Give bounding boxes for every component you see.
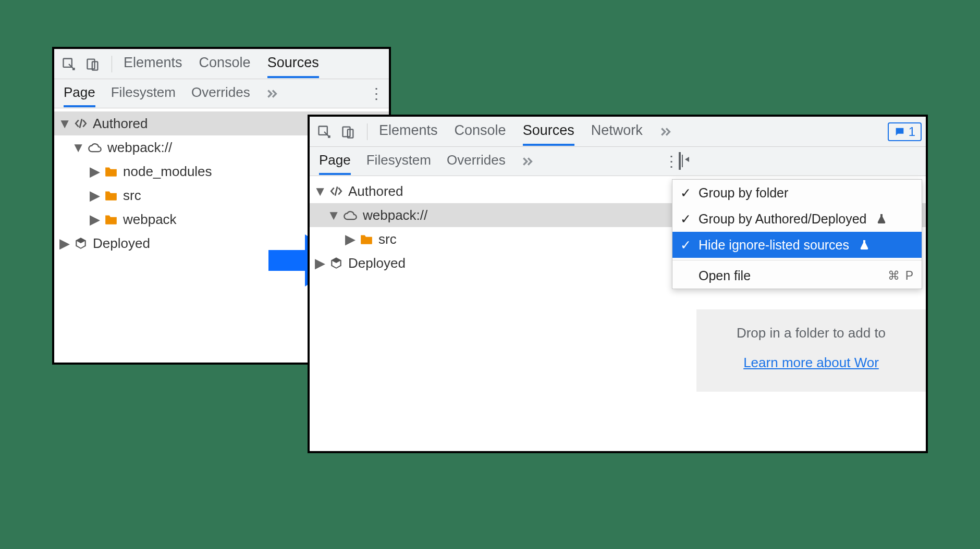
disclosure-right-icon: ▶ [91,211,99,228]
disclosure-down-icon: ▼ [74,140,82,156]
check-icon: ✓ [680,211,691,227]
disclosure-right-icon: ▶ [91,188,99,204]
tab-network[interactable]: Network [591,117,643,146]
disclosure-down-icon: ▼ [60,116,69,132]
disclosure-down-icon: ▼ [329,207,338,223]
menu-open-file[interactable]: Open file ⌘ P [672,263,922,289]
overflow-icon[interactable] [521,155,535,168]
sources-subbar: Page Filesystem Overrides ⋮ [310,147,926,176]
tree-label: webpack:// [363,207,427,223]
subtab-page[interactable]: Page [64,80,95,107]
check-icon: ✓ [680,238,691,253]
cloud-icon [343,209,358,221]
cloud-icon [88,142,102,153]
main-tabs: Elements Console Sources [120,49,319,78]
tab-sources[interactable]: Sources [267,49,319,78]
check-icon: ✓ [680,185,691,201]
context-menu: ✓ Group by folder ✓ Group by Authored/De… [672,179,922,289]
kebab-menu-icon[interactable]: ⋮ [369,85,384,102]
svg-rect-4 [343,127,350,136]
tree-label: Deployed [348,255,406,271]
tab-elements[interactable]: Elements [124,49,182,78]
menu-label: Group by Authored/Deployed [699,211,866,227]
svg-rect-1 [88,59,95,69]
tree-label: webpack [123,211,177,228]
disclosure-down-icon: ▼ [316,183,324,199]
menu-hide-ignore-listed[interactable]: ✓ Hide ignore-listed sources [672,232,922,258]
issues-badge[interactable]: 1 [888,122,922,141]
flask-icon [877,214,886,224]
code-icon [74,117,88,130]
tree-label: src [123,188,141,204]
devtools-panel-after: Elements Console Sources Network 1 Page … [308,115,928,453]
flask-icon [860,240,869,250]
folder-icon [104,214,118,225]
issues-count: 1 [909,124,915,139]
device-toggle-icon[interactable] [338,121,359,142]
disclosure-right-icon: ▶ [60,235,69,252]
subtab-page[interactable]: Page [319,148,351,175]
tab-console[interactable]: Console [455,117,506,146]
workspace-hint: Drop in a folder to add to Learn more ab… [696,309,926,392]
kebab-menu-icon[interactable]: ⋮ [664,153,679,170]
subtab-filesystem[interactable]: Filesystem [111,80,176,107]
menu-label: Hide ignore-listed sources [699,238,849,253]
menu-label: Open file [699,268,751,283]
toolbar-divider [112,56,112,72]
inspect-icon[interactable] [314,121,335,142]
tree-label: webpack:// [107,140,172,156]
overflow-icon[interactable] [659,125,673,139]
tree-label: node_modules [123,164,212,180]
collapse-navigator-icon[interactable] [679,153,681,169]
tree-label: Deployed [93,235,150,252]
menu-group-by-folder[interactable]: ✓ Group by folder [672,180,922,206]
main-toolbar: Elements Console Sources [54,49,389,79]
tree-label: Authored [93,116,148,132]
code-icon [329,184,343,198]
tab-sources[interactable]: Sources [523,117,574,146]
disclosure-right-icon: ▶ [91,164,99,180]
menu-label: Group by folder [699,185,788,201]
disclosure-right-icon: ▶ [316,255,324,271]
device-toggle-icon[interactable] [82,54,103,74]
workspace-hint-text: Drop in a folder to add to [696,325,926,341]
main-tabs: Elements Console Sources Network [376,117,673,146]
subtab-filesystem[interactable]: Filesystem [366,148,431,175]
subtab-overrides[interactable]: Overrides [191,80,250,107]
subtab-overrides[interactable]: Overrides [447,148,506,175]
folder-icon [104,166,118,177]
tree-label: Authored [348,183,403,199]
folder-icon [360,233,373,245]
tab-elements[interactable]: Elements [379,117,438,146]
toolbar-divider [367,123,368,140]
cube-icon [74,236,88,250]
menu-group-by-authored-deployed[interactable]: ✓ Group by Authored/Deployed [672,206,922,232]
main-toolbar: Elements Console Sources Network 1 [310,117,926,147]
tab-console[interactable]: Console [199,49,251,78]
tree-label: src [378,231,397,247]
menu-shortcut: ⌘ P [888,269,914,283]
inspect-icon[interactable] [58,54,79,74]
overflow-icon[interactable] [266,87,279,101]
cube-icon [329,256,343,270]
workspace-learn-more-link[interactable]: Learn more about Wor [743,355,879,370]
sources-subbar: Page Filesystem Overrides ⋮ [54,79,389,108]
disclosure-right-icon: ▶ [346,231,354,247]
folder-icon [104,190,118,201]
menu-separator [672,260,922,260]
